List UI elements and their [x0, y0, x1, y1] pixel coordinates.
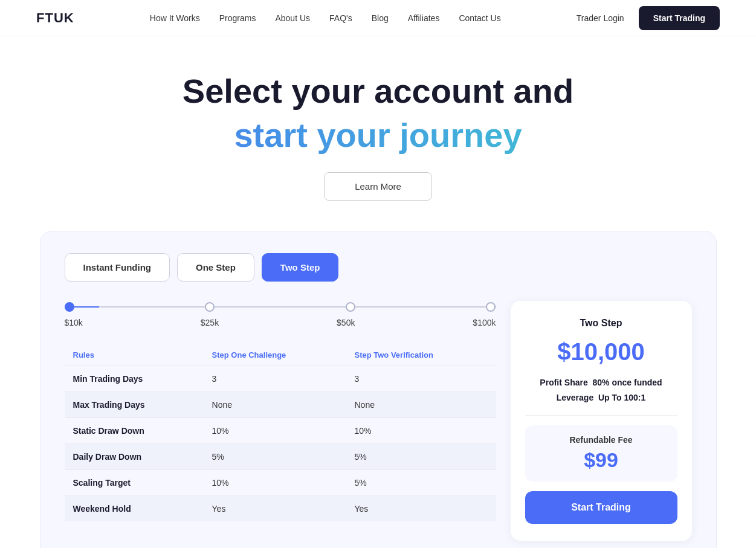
table-row: Scaling Target 10% 5%: [65, 469, 496, 495]
table-row: Min Trading Days 3 3: [65, 366, 496, 392]
panel-start-trading-button[interactable]: Start Trading: [525, 491, 677, 524]
slider-label-25k: $25k: [201, 318, 219, 327]
nav-link-how-it-works[interactable]: How It Works: [150, 13, 200, 23]
slider-dot-50k[interactable]: [346, 302, 355, 312]
trader-login-link[interactable]: Trader Login: [577, 13, 624, 23]
hero-title-line1: Select your account and: [12, 73, 744, 110]
tab-group: Instant Funding One Step Two Step: [65, 253, 692, 282]
cell-step2-1: None: [346, 392, 496, 417]
leverage-value: Up To 100:1: [598, 393, 645, 402]
panel-amount: $10,000: [525, 338, 677, 366]
cell-rule-2: Static Draw Down: [65, 417, 204, 443]
table-row: Max Trading Days None None: [65, 392, 496, 417]
leverage-label: Leverage: [557, 393, 593, 402]
cell-rule-4: Scaling Target: [65, 469, 204, 495]
cell-step2-2: 10%: [346, 417, 496, 443]
profit-share-label: Profit Share: [540, 378, 587, 387]
cell-step2-0: 3: [346, 366, 496, 392]
panel-title: Two Step: [525, 318, 677, 329]
main-card: Instant Funding One Step Two Step: [40, 231, 717, 548]
navbar: FTUK How It Works Programs About Us FAQ'…: [0, 0, 756, 36]
nav-start-trading-button[interactable]: Start Trading: [639, 6, 720, 30]
logo: FTUK: [36, 10, 74, 26]
nav-right: Trader Login Start Trading: [577, 6, 720, 30]
content-row: $10k $25k $50k $100k Rules Step One Chal…: [65, 301, 692, 541]
tab-two-step[interactable]: Two Step: [262, 253, 339, 282]
nav-link-contact-us[interactable]: Contact Us: [459, 13, 500, 23]
nav-link-programs[interactable]: Programs: [219, 13, 256, 23]
cell-rule-3: Daily Draw Down: [65, 443, 204, 469]
cell-step2-3: 5%: [346, 443, 496, 469]
profit-share-value: 80% once funded: [593, 378, 662, 387]
learn-more-button[interactable]: Learn More: [324, 172, 432, 201]
summary-panel: Two Step $10,000 Profit Share 80% once f…: [511, 301, 692, 541]
left-column: $10k $25k $50k $100k Rules Step One Chal…: [65, 301, 496, 541]
nav-links: How It Works Programs About Us FAQ's Blo…: [150, 13, 501, 23]
right-column: Two Step $10,000 Profit Share 80% once f…: [511, 301, 692, 541]
col-header-step2: Step Two Verification: [346, 344, 496, 366]
nav-link-blog[interactable]: Blog: [372, 13, 389, 23]
panel-info: Profit Share 80% once funded Leverage Up…: [525, 375, 677, 405]
cell-rule-1: Max Trading Days: [65, 392, 204, 417]
fee-amount: $99: [535, 448, 668, 472]
table-row: Daily Draw Down 5% 5%: [65, 443, 496, 469]
cell-rule-0: Min Trading Days: [65, 366, 204, 392]
slider-dot-25k[interactable]: [205, 302, 215, 312]
cell-rule-5: Weekend Hold: [65, 495, 204, 521]
slider-dot-10k[interactable]: [65, 302, 74, 312]
slider-label-100k: $100k: [473, 318, 496, 327]
cell-step1-0: 3: [204, 366, 346, 392]
table-row: Static Draw Down 10% 10%: [65, 417, 496, 443]
cell-step1-5: Yes: [204, 495, 346, 521]
table-header-row: Rules Step One Challenge Step Two Verifi…: [65, 344, 496, 366]
nav-link-affiliates[interactable]: Affiliates: [408, 13, 440, 23]
cell-step2-4: 5%: [346, 469, 496, 495]
tab-instant-funding[interactable]: Instant Funding: [65, 253, 170, 282]
slider-dots: [65, 302, 496, 312]
slider-track: [65, 301, 496, 313]
nav-link-about-us[interactable]: About Us: [275, 13, 310, 23]
col-header-rules: Rules: [65, 344, 204, 366]
rules-table: Rules Step One Challenge Step Two Verifi…: [65, 344, 496, 521]
cell-step1-4: 10%: [204, 469, 346, 495]
panel-divider: [525, 415, 677, 416]
cell-step1-1: None: [204, 392, 346, 417]
hero-section: Select your account and start your journ…: [0, 36, 756, 219]
fee-label: Refundable Fee: [535, 435, 668, 445]
slider-dot-100k[interactable]: [486, 302, 496, 312]
col-header-step1: Step One Challenge: [204, 344, 346, 366]
fee-section: Refundable Fee $99: [525, 425, 677, 482]
slider-labels: $10k $25k $50k $100k: [65, 318, 496, 327]
tab-one-step[interactable]: One Step: [177, 253, 254, 282]
cell-step1-2: 10%: [204, 417, 346, 443]
nav-link-faqs[interactable]: FAQ's: [329, 13, 352, 23]
cell-step1-3: 5%: [204, 443, 346, 469]
cell-step2-5: Yes: [346, 495, 496, 521]
account-size-slider: $10k $25k $50k $100k: [65, 301, 496, 327]
slider-label-50k: $50k: [337, 318, 355, 327]
hero-title-line2: start your journey: [12, 115, 744, 155]
table-row: Weekend Hold Yes Yes: [65, 495, 496, 521]
slider-label-10k: $10k: [65, 318, 83, 327]
